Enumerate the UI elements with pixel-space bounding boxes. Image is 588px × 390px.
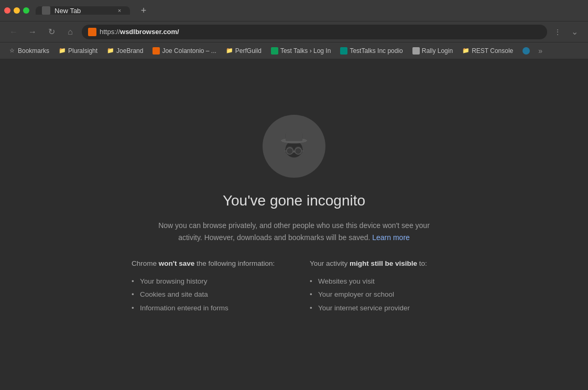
col2-header: Your activity might still be visible to:: [310, 258, 456, 269]
bookmark-item-testtalks-login[interactable]: Test Talks › Log In: [267, 46, 335, 56]
main-content: You've gone incognito Now you can browse…: [0, 59, 588, 371]
incognito-description: Now you can browse privately, and other …: [147, 220, 441, 243]
list-item: Your internet service provider: [310, 301, 456, 315]
home-button[interactable]: ⌂: [63, 25, 78, 39]
forward-button[interactable]: →: [25, 25, 40, 39]
site-icon: [88, 28, 96, 36]
incognito-col-wont-save: Chrome won't save the following informat…: [132, 258, 278, 315]
url-text: https://wsdlbrowser.com/: [100, 28, 179, 36]
bookmark-item-joe-colantonio[interactable]: Joe Colantonio – ...: [148, 46, 220, 56]
url-bar[interactable]: https://wsdlbrowser.com/: [82, 25, 547, 39]
bookmark-item-perfguild[interactable]: 📁 PerfGuild: [222, 46, 266, 56]
active-tab[interactable]: New Tab ×: [36, 6, 130, 15]
incognito-columns: Chrome won't save the following informat…: [132, 258, 456, 315]
tab-favicon: [42, 6, 50, 15]
learn-more-link[interactable]: Learn more: [372, 233, 410, 242]
bookmark-item-pluralsight[interactable]: 📁 Pluralsight: [55, 46, 102, 56]
col2-list: Websites you visit Your employer or scho…: [310, 275, 456, 315]
list-item: Information entered in forms: [132, 301, 278, 315]
bookmark-label: JoeBrand: [116, 47, 143, 55]
list-item: Websites you visit: [310, 275, 456, 288]
bookmarks-bar: ☆ Bookmarks 📁 Pluralsight 📁 JoeBrand Joe…: [0, 42, 588, 59]
site-icon: [153, 47, 160, 55]
list-item: Cookies and site data: [132, 288, 278, 301]
col1-list: Your browsing history Cookies and site d…: [132, 275, 278, 315]
bookmark-label: TestTalks Inc podio: [350, 47, 402, 55]
bookmark-item-bookmarks[interactable]: ☆ Bookmarks: [4, 46, 53, 56]
bookmarks-more-button[interactable]: »: [535, 45, 546, 57]
list-item: Your employer or school: [310, 288, 456, 301]
bookmark-item-wordpress[interactable]: [518, 46, 534, 56]
extensions-area: ⋮ ⌄: [551, 25, 582, 39]
svg-rect-11: [286, 132, 302, 141]
tab-title: New Tab: [55, 7, 111, 15]
tab-close-button[interactable]: ×: [115, 6, 124, 15]
new-tab-button[interactable]: +: [136, 3, 151, 18]
incognito-figure: [275, 127, 313, 165]
bookmark-label: Rally Login: [422, 47, 453, 55]
bookmark-label: Bookmarks: [18, 47, 49, 55]
list-item: Your browsing history: [132, 275, 278, 288]
bookmark-label: PerfGuild: [235, 47, 262, 55]
reload-button[interactable]: ↻: [44, 25, 59, 39]
site-icon: [522, 47, 530, 55]
bookmark-item-rest-console[interactable]: 📁 REST Console: [458, 46, 517, 56]
incognito-icon: [263, 115, 325, 178]
folder-icon: 📁: [59, 47, 66, 55]
incognito-title: You've gone incognito: [223, 192, 365, 209]
bookmark-item-joebrand[interactable]: 📁 JoeBrand: [103, 46, 147, 56]
title-bar: New Tab × +: [0, 0, 588, 21]
bookmark-label: Joe Colantonio – ...: [162, 47, 216, 55]
extensions-button[interactable]: ⋮: [551, 26, 564, 38]
fullscreen-button[interactable]: [23, 7, 29, 14]
more-button[interactable]: ⌄: [567, 25, 582, 39]
folder-icon: 📁: [107, 47, 114, 55]
incognito-col-still-visible: Your activity might still be visible to:…: [310, 258, 456, 315]
bookmark-label: Test Talks › Log In: [280, 47, 331, 55]
site-icon: [340, 47, 347, 55]
traffic-lights: [4, 7, 29, 14]
site-icon: [412, 47, 420, 55]
address-bar: ← → ↻ ⌂ https://wsdlbrowser.com/ ⋮ ⌄: [0, 21, 588, 42]
folder-icon: 📁: [226, 47, 233, 55]
minimize-button[interactable]: [14, 7, 20, 14]
folder-icon: 📁: [462, 47, 470, 55]
bookmark-label: REST Console: [472, 47, 513, 55]
star-icon: ☆: [8, 47, 16, 55]
svg-point-13: [295, 148, 302, 155]
site-icon: [271, 47, 278, 55]
svg-point-14: [293, 151, 295, 153]
col1-header: Chrome won't save the following informat…: [132, 258, 278, 269]
svg-point-12: [287, 148, 293, 155]
close-button[interactable]: [4, 7, 10, 14]
bookmark-item-testtalks-podio[interactable]: TestTalks Inc podio: [336, 46, 407, 56]
bookmark-item-rally-login[interactable]: Rally Login: [408, 46, 457, 56]
back-button[interactable]: ←: [6, 25, 21, 39]
bookmark-label: Pluralsight: [68, 47, 97, 55]
